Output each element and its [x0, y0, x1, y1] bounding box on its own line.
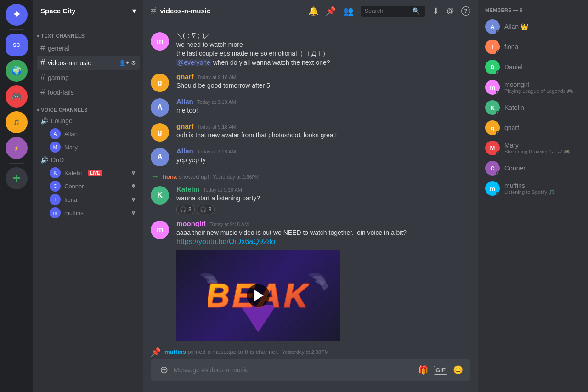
search-input[interactable]: [364, 7, 410, 14]
channel-name-videos: videos-n-music: [48, 59, 91, 67]
member-item-mary[interactable]: M Mary Streaming Drawing 1-♡-7 🎮: [481, 138, 584, 158]
add-server-button[interactable]: +: [6, 167, 28, 189]
avatar-allan2: A: [151, 148, 169, 166]
messages-area: m ＼(；∇；)／ we need to watch more the last…: [143, 22, 478, 359]
username-gnarf2[interactable]: gnarf: [176, 122, 194, 130]
member-item-moongirl[interactable]: m moongirl Playing League of Legends 🎮: [481, 77, 584, 97]
member-avatar-katelin: K: [485, 100, 500, 115]
server-icon-5[interactable]: ⚡: [6, 137, 28, 159]
username-allan[interactable]: Allan: [176, 97, 193, 105]
gift-icon[interactable]: 🎁: [418, 365, 428, 375]
member-avatar-daniel: D: [485, 60, 500, 74]
channel-videos-n-music[interactable]: # videos-n-music 👤+ ⚙: [37, 56, 140, 70]
channel-name-header: videos-n-music: [160, 7, 210, 15]
voice-channels-category[interactable]: ▾ VOICE CHANNELS: [33, 100, 143, 114]
pin-icon[interactable]: 📌: [326, 6, 336, 16]
voice-user-name-allan: Allan: [64, 131, 78, 137]
status-dot-daniel: [496, 70, 500, 74]
member-item-muffins[interactable]: m muffins Listening to Spotify 🎵: [481, 178, 584, 199]
members-icon[interactable]: 👥: [343, 6, 353, 16]
member-info-fiona: fiona: [504, 43, 518, 51]
header-icons: 🔔 📌 👥 🔍 ⬇ @ ?: [308, 6, 470, 17]
server-dropdown-icon: ▾: [132, 7, 136, 15]
server-icon-4[interactable]: 🎵: [6, 111, 28, 133]
system-arrow-icon: →: [151, 172, 159, 182]
system-message-muffins-pin: 📌 muffins pinned a message to this chann…: [143, 345, 478, 359]
channel-general[interactable]: # general: [37, 41, 140, 55]
voice-user-icons-conner: 🎙: [131, 183, 136, 189]
server-icon-2[interactable]: 🌍: [6, 60, 28, 82]
username-allan2[interactable]: Allan: [176, 147, 193, 155]
channels-list: ▾ TEXT CHANNELS # general # videos-n-mus…: [33, 22, 143, 392]
reaction-2[interactable]: 🎧 3: [197, 205, 215, 214]
add-attachment-button[interactable]: ⊕: [158, 359, 170, 381]
search-box[interactable]: 🔍: [361, 6, 425, 17]
gif-icon[interactable]: GIF: [434, 366, 447, 375]
channel-gaming[interactable]: # gaming: [37, 70, 140, 85]
server-header[interactable]: Space City ▾: [33, 0, 143, 22]
member-item-gnarf[interactable]: g gnarf: [481, 118, 584, 138]
mute-icon-muffins: 🎙: [131, 210, 136, 216]
video-embed[interactable]: BEAK BEAK: [176, 250, 340, 341]
add-user-icon[interactable]: 👤+: [119, 60, 129, 66]
emoji-icon[interactable]: 😊: [453, 365, 463, 375]
video-embed-inner: BEAK BEAK: [176, 250, 340, 341]
voice-user-katelin[interactable]: K Katelin LIVE 🎙: [37, 166, 140, 179]
voice-user-avatar-katelin: K: [50, 167, 61, 178]
text-channels-category[interactable]: ▾ TEXT CHANNELS: [33, 26, 143, 40]
username-moongirl[interactable]: moongirl: [176, 220, 206, 227]
voice-channel-lounge[interactable]: 🔊 Lounge: [37, 115, 140, 127]
username-katelin[interactable]: Katelin: [176, 185, 199, 193]
bell-icon[interactable]: 🔔: [308, 6, 318, 16]
at-icon[interactable]: @: [447, 7, 454, 15]
voice-channel-dnd[interactable]: 🔊 DnD: [37, 154, 140, 166]
avatar-moongirl-prev: m: [151, 32, 169, 51]
message-header-gnarf: gnarf Today at 9:18 AM: [176, 73, 470, 80]
members-sidebar: MEMBERS — 9 A Allan 👑 f fiona D Dani: [478, 0, 588, 392]
member-item-allan[interactable]: A Allan 👑: [481, 17, 584, 37]
member-info-moongirl: moongirl Playing League of Legends 🎮: [504, 81, 573, 94]
voice-user-muffins[interactable]: m muffins 🎙: [37, 206, 140, 219]
voice-user-icons-muffins: 🎙: [131, 210, 136, 216]
status-dot-mary: [496, 151, 500, 155]
member-info-daniel: Daniel: [504, 63, 523, 71]
system-text-fiona: fiona showed up!: [163, 173, 209, 180]
username-gnarf[interactable]: gnarf: [176, 73, 194, 80]
mute-icon: 🎙: [131, 170, 136, 176]
voice-user-avatar-fiona: f: [50, 194, 61, 205]
message-link-youtube[interactable]: https://youtu.be/OiDx6aQ928o: [176, 238, 275, 245]
voice-user-name-conner: Conner: [64, 183, 84, 190]
voice-user-conner[interactable]: C Conner 🎙: [37, 180, 140, 193]
channel-food-fails[interactable]: # food-fails: [37, 85, 140, 99]
chat-input-field[interactable]: [174, 361, 414, 379]
member-avatar-moongirl: m: [485, 80, 500, 95]
discord-home-icon[interactable]: ✦: [6, 4, 28, 26]
download-icon[interactable]: ⬇: [432, 6, 439, 16]
message-group-katelin: K Katelin Today at 9:18 AM wanna start a…: [143, 183, 478, 216]
reaction-1[interactable]: 🎧 3: [176, 205, 195, 214]
member-info-conner: Conner: [504, 165, 526, 172]
voice-user-mary[interactable]: M Mary: [37, 141, 140, 153]
message-header-allan: Allan Today at 9:18 AM: [176, 97, 470, 105]
server-icon-1[interactable]: SC: [6, 34, 28, 56]
channel-name-gaming: gaming: [48, 74, 69, 81]
play-button[interactable]: [247, 284, 270, 307]
system-timestamp-fiona: Yesterday at 2:36PM: [213, 174, 260, 180]
member-name-muffins: muffins: [504, 182, 555, 189]
member-name-gnarf: gnarf: [504, 124, 519, 131]
help-icon[interactable]: ?: [461, 6, 470, 16]
member-item-katelin[interactable]: K Katelin: [481, 97, 584, 118]
channel-sidebar: Space City ▾ ▾ TEXT CHANNELS # general #…: [33, 0, 143, 392]
member-name-fiona: fiona: [504, 43, 518, 51]
voice-user-fiona[interactable]: f fiona 🎙: [37, 193, 140, 206]
message-content-allan: Allan Today at 9:18 AM me too!: [176, 97, 470, 117]
member-item-daniel[interactable]: D Daniel: [481, 57, 584, 77]
member-item-fiona[interactable]: f fiona: [481, 37, 584, 57]
server-icon-3[interactable]: 🎮: [6, 85, 28, 108]
voice-user-allan[interactable]: A Allan: [37, 127, 140, 140]
member-item-conner[interactable]: C Conner: [481, 158, 584, 178]
member-avatar-allan: A: [485, 19, 500, 34]
channel-name-general: general: [48, 45, 69, 52]
settings-icon[interactable]: ⚙: [131, 60, 136, 66]
message-header-katelin: Katelin Today at 9:18 AM: [176, 185, 470, 193]
